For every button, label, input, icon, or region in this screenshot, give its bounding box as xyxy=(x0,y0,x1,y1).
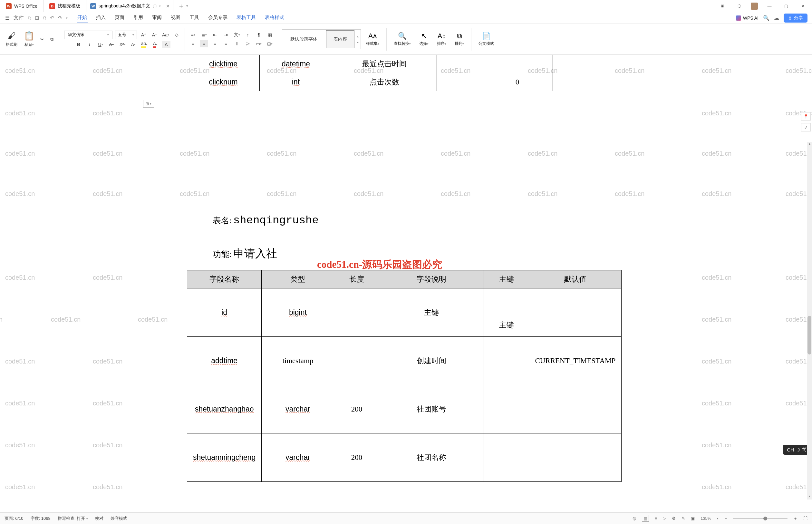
fullscreen-icon[interactable]: ⛶ xyxy=(803,516,808,521)
zoom-in-button[interactable]: ＋ xyxy=(793,515,797,521)
align-justify-button[interactable]: ≡ xyxy=(222,40,230,47)
scroll-up-icon[interactable]: ▴ xyxy=(807,142,812,147)
status-proof[interactable]: 校对 xyxy=(95,515,103,521)
highlight-button[interactable]: ab▾ xyxy=(140,41,149,48)
main-db-table[interactable]: 字段名称 类型 长度 字段说明 主键 默认值 id bigint 主键 主键 a… xyxy=(187,270,622,482)
align-center-button[interactable]: ≡ xyxy=(200,40,208,47)
scroll-thumb[interactable] xyxy=(808,316,811,355)
arrange-button[interactable]: ⧉排列▾ xyxy=(451,31,467,48)
style-table-content[interactable]: 表内容 xyxy=(326,30,354,48)
template-tab[interactable]: D 找稻壳模板 xyxy=(44,0,86,12)
play-icon[interactable]: ▷ xyxy=(663,516,666,521)
search-icon[interactable]: 🔍 xyxy=(763,15,769,21)
zoom-level[interactable]: 135% xyxy=(700,516,711,521)
scrollbar-vertical[interactable]: ▴ ▾ xyxy=(807,142,812,500)
paste-button[interactable]: 📋粘贴▾ xyxy=(21,30,37,49)
table-row[interactable]: clicknum int 点击次数 0 xyxy=(187,73,553,91)
chevron-down-icon[interactable]: ▾ xyxy=(159,4,161,8)
doc-tab[interactable]: W springboota4z3n数据库文 ▢ ▾ ✕ xyxy=(86,0,173,12)
bold-button[interactable]: B xyxy=(74,41,83,48)
focus-view-icon[interactable]: ◎ xyxy=(632,516,636,521)
top-db-table[interactable]: clicktime datetime 最近点击时间 clicknum int 点… xyxy=(187,55,553,91)
borders-button[interactable]: ⊞▾ xyxy=(266,40,274,47)
outline-view-icon[interactable]: ≡ xyxy=(655,516,657,521)
status-compat[interactable]: 兼容模式 xyxy=(111,515,127,521)
chevron-down-icon[interactable]: ▾ xyxy=(66,16,68,20)
status-page[interactable]: 页面: 6/10 xyxy=(4,515,23,521)
pencil-icon[interactable]: ✎ xyxy=(681,516,685,521)
maximize-button[interactable]: ▢ xyxy=(781,3,791,9)
para-layout-button[interactable]: ▦ xyxy=(266,31,274,38)
status-spell[interactable]: 拼写检查: 打开 ▾ xyxy=(58,515,88,521)
style-set-button[interactable]: Aᴀ样式集▾ xyxy=(363,31,382,48)
tab-tools[interactable]: 工具 xyxy=(189,13,200,23)
increase-font-icon[interactable]: A⁺ xyxy=(139,31,148,38)
bullets-button[interactable]: ≡▾ xyxy=(189,31,197,38)
layout-icon[interactable]: ▣ xyxy=(717,3,728,9)
text-effects-button[interactable]: A▾ xyxy=(129,41,137,48)
style-scroll[interactable]: ▴▾ xyxy=(355,34,361,44)
copy-icon[interactable]: ⧉ xyxy=(48,36,56,43)
table-row[interactable]: addtime timestamp 创建时间 CURRENT_TIMESTAMP xyxy=(187,337,622,385)
font-color-button[interactable]: A▾ xyxy=(151,41,160,48)
decrease-indent-button[interactable]: ⇤ xyxy=(211,31,219,38)
zoom-slider[interactable] xyxy=(733,518,788,519)
shading-button[interactable]: ▭▾ xyxy=(254,40,263,47)
increase-indent-button[interactable]: ⇥ xyxy=(222,31,230,38)
font-size-select[interactable]: 五号▾ xyxy=(115,31,137,39)
tab-reference[interactable]: 引用 xyxy=(133,13,144,23)
close-tab-icon[interactable]: ✕ xyxy=(166,3,170,9)
numbering-button[interactable]: ≣▾ xyxy=(200,31,208,38)
gear-icon[interactable]: ⚙ xyxy=(672,516,676,521)
minimize-button[interactable]: — xyxy=(764,3,775,9)
cube-icon[interactable]: ⬡ xyxy=(734,3,744,9)
table-row[interactable]: id bigint 主键 主键 xyxy=(187,289,622,337)
location-pin-icon[interactable]: 📍 xyxy=(801,112,811,120)
expand-icon[interactable]: ⤢ xyxy=(801,123,811,131)
fit-page-icon[interactable]: ▣ xyxy=(691,516,695,521)
sort-button-para[interactable]: ↕ xyxy=(244,31,252,38)
zoom-thumb[interactable] xyxy=(763,517,767,521)
avatar[interactable] xyxy=(751,3,758,10)
line-spacing-button[interactable]: ‡▾ xyxy=(244,40,252,47)
scroll-down-icon[interactable]: ▾ xyxy=(807,494,812,500)
cut-icon[interactable]: ✂ xyxy=(38,36,46,43)
save-icon[interactable]: ⎙ xyxy=(28,15,31,21)
table-handle[interactable]: ⊞ ▾ xyxy=(143,100,154,108)
clear-format-icon[interactable]: ◇ xyxy=(172,31,181,38)
italic-button[interactable]: I xyxy=(85,41,94,48)
decrease-font-icon[interactable]: A⁻ xyxy=(150,31,159,38)
tab-member[interactable]: 会员专享 xyxy=(208,13,228,23)
formula-mode-button[interactable]: 📄公文模式 xyxy=(475,31,497,48)
status-words[interactable]: 字数: 1068 xyxy=(31,515,51,521)
hamburger-icon[interactable]: ☰ xyxy=(5,15,10,21)
file-menu[interactable]: 文件 xyxy=(14,15,24,21)
underline-button[interactable]: U▾ xyxy=(96,41,105,48)
tab-view[interactable]: 视图 xyxy=(170,13,181,23)
font-select[interactable]: 华文仿宋▾ xyxy=(64,31,113,39)
char-shading-button[interactable]: A xyxy=(162,41,170,48)
table-row[interactable]: shetuanzhanghao varchar 200 社团账号 xyxy=(187,385,622,433)
zoom-out-button[interactable]: − xyxy=(724,516,727,521)
add-tab-button[interactable]: ＋▾ xyxy=(173,0,193,12)
align-left-button[interactable]: ≡ xyxy=(189,40,197,47)
select-button[interactable]: ↖选择▾ xyxy=(416,31,432,48)
undo-icon[interactable]: ↶ xyxy=(50,15,54,21)
print-icon[interactable]: ⎙ xyxy=(43,15,46,21)
find-replace-button[interactable]: 🔍查找替换▾ xyxy=(391,31,414,48)
superscript-button[interactable]: X²▾ xyxy=(118,41,127,48)
tab-table-tools[interactable]: 表格工具 xyxy=(236,13,256,23)
align-right-button[interactable]: ≡ xyxy=(211,40,219,47)
table-row[interactable]: clicktime datetime 最近点击时间 xyxy=(187,55,553,73)
style-default[interactable]: 默认段落字体 xyxy=(283,30,325,48)
tab-start[interactable]: 开始 xyxy=(77,13,88,23)
tab-review[interactable]: 审阅 xyxy=(151,13,162,23)
tab-page[interactable]: 页面 xyxy=(114,13,125,23)
sort-button[interactable]: A↕排序▾ xyxy=(434,31,449,48)
tab-insert[interactable]: 插入 xyxy=(95,13,106,23)
app-tab-wps[interactable]: W WPS Office xyxy=(0,0,44,12)
chevron-down-icon[interactable]: ▾ xyxy=(717,517,718,520)
tab-monitor-icon[interactable]: ▢ xyxy=(153,3,156,9)
share-button[interactable]: ⇪ 分享 xyxy=(784,14,808,22)
cloud-icon[interactable]: ☁ xyxy=(774,15,779,21)
